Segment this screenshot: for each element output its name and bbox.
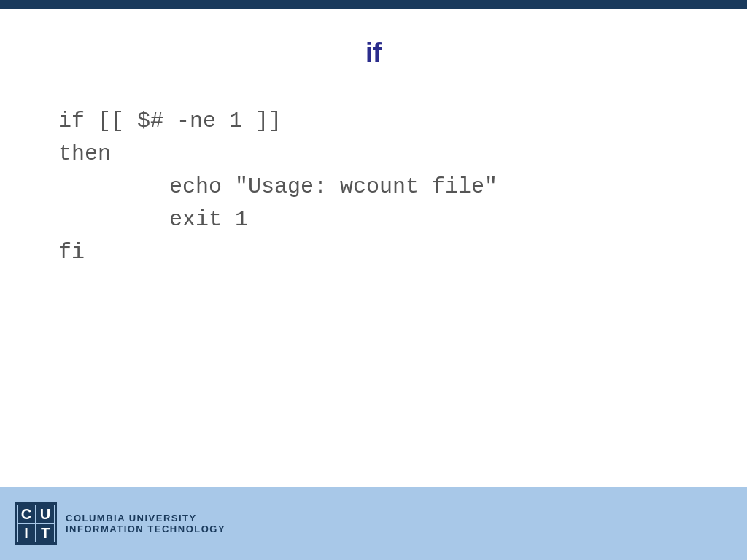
code-line-5: fi <box>58 236 703 269</box>
code-line-4: exit 1 <box>58 203 703 236</box>
code-line-3: echo "Usage: wcount file" <box>58 171 703 203</box>
cuit-logo: C U I T <box>15 502 57 545</box>
logo-cell-u: U <box>36 505 55 524</box>
main-content: if if [[ $# -ne 1 ]] then echo "Usage: w… <box>0 9 747 487</box>
logo-department-name: INFORMATION TECHNOLOGY <box>66 524 225 534</box>
logo-university-name: COLUMBIA UNIVERSITY <box>66 513 225 524</box>
logo-cell-c: C <box>17 505 36 524</box>
top-bar <box>0 0 747 9</box>
logo-cell-i: I <box>17 524 36 542</box>
logo-container: C U I T COLUMBIA UNIVERSITY INFORMATION … <box>15 502 225 545</box>
slide-title: if <box>44 38 703 69</box>
logo-cell-t: T <box>36 524 55 542</box>
footer: C U I T COLUMBIA UNIVERSITY INFORMATION … <box>0 487 747 560</box>
code-line-2: then <box>58 138 703 171</box>
code-line-1: if [[ $# -ne 1 ]] <box>58 105 703 138</box>
code-block: if [[ $# -ne 1 ]] then echo "Usage: wcou… <box>44 105 703 269</box>
logo-text: COLUMBIA UNIVERSITY INFORMATION TECHNOLO… <box>66 513 225 534</box>
